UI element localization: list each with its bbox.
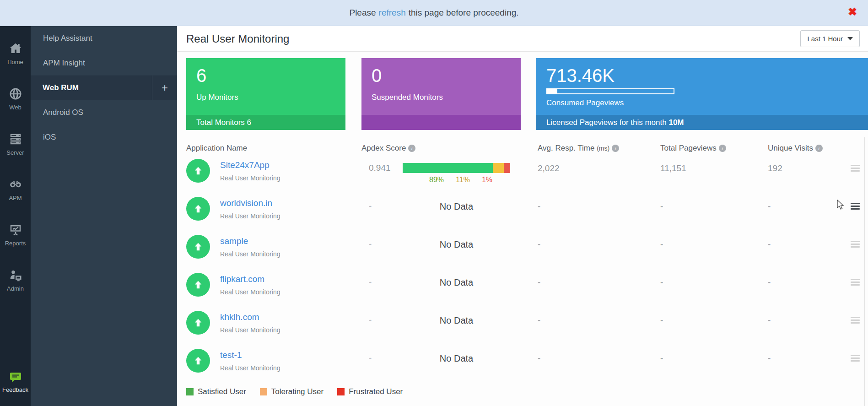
pageviews-value: -	[660, 345, 768, 363]
up-monitors-value: 6	[196, 65, 335, 87]
app-type: Real User Monitoring	[220, 212, 280, 220]
monitor-up-icon	[186, 197, 210, 221]
tolerating-pct: 11%	[456, 176, 470, 184]
legend-label: Tolerating User	[271, 387, 323, 396]
app-link[interactable]: khklh.com	[220, 312, 259, 322]
sidebar-item-server[interactable]: Server	[0, 121, 31, 167]
avg-resp-value: -	[538, 231, 660, 249]
row-menu-icon[interactable]	[851, 279, 860, 287]
legend-label: Frustrated User	[349, 387, 403, 396]
page-title: Real User Monitoring	[186, 32, 289, 45]
visits-value: -	[768, 269, 846, 287]
col-apdex-score: Apdex Score i	[361, 144, 538, 155]
submenu-item-web-rum[interactable]: Web RUM +	[31, 76, 177, 100]
app-link[interactable]: Site24x7App	[220, 160, 270, 170]
stat-cards: 6 Up Monitors Total Monitors 6 0 Suspend…	[186, 58, 868, 130]
main-content: Real User Monitoring Last 1 Hour 6 Up Mo…	[177, 26, 868, 406]
secondary-sidebar: Help Assistant APM Insight Web RUM + And…	[31, 26, 177, 406]
table-header-row: Application Name Apdex Score i Avg. Resp…	[186, 144, 868, 155]
sidebar-item-label: Server	[6, 149, 24, 156]
scroll-track[interactable]	[864, 137, 865, 406]
consumed-pageviews-card[interactable]: 713.46K Consumed Pageviews Licensed Page…	[536, 58, 868, 130]
avg-resp-header-label: Avg. Resp. Time	[538, 144, 594, 152]
add-monitor-button[interactable]: +	[152, 76, 177, 100]
sidebar-item-reports[interactable]: Reports	[0, 212, 31, 257]
apdex-satisfied-segment	[403, 163, 493, 173]
apdex-value: -	[361, 239, 393, 250]
legend-frustrated: Frustrated User	[337, 387, 403, 396]
banner-close-icon[interactable]: ✖	[848, 6, 857, 17]
submenu-item-android-os[interactable]: Android OS	[31, 100, 177, 125]
row-menu-icon[interactable]	[851, 355, 860, 363]
visits-info-icon[interactable]: i	[815, 145, 823, 152]
sidebar-item-home[interactable]: Home	[0, 31, 31, 76]
up-monitors-label: Up Monitors	[196, 93, 335, 102]
col-avg-resp-time: Avg. Resp. Time (ms) i	[538, 144, 660, 155]
sidebar-item-label: Reports	[5, 240, 26, 247]
app-link[interactable]: sample	[220, 236, 248, 246]
suspended-monitors-value: 0	[372, 65, 511, 87]
submenu-item-ios[interactable]: iOS	[31, 125, 177, 150]
up-monitors-card[interactable]: 6 Up Monitors Total Monitors 6	[186, 58, 345, 130]
licensed-pageviews-text: Licensed Pageviews for this month	[546, 118, 667, 127]
tolerating-swatch	[260, 388, 267, 395]
pageviews-info-icon[interactable]: i	[719, 145, 726, 152]
legend-tolerating: Tolerating User	[260, 387, 323, 396]
row-menu-icon[interactable]	[851, 165, 860, 173]
col-total-pageviews: Total Pageviews i	[660, 144, 768, 155]
no-data-label: No Data	[403, 239, 510, 250]
pageviews-header-label: Total Pageviews	[660, 144, 717, 152]
apdex-value: 0.941	[361, 163, 393, 184]
apdex-percentages: 89% 11% 1%	[403, 176, 510, 184]
app-type: Real User Monitoring	[220, 326, 280, 334]
sidebar-item-apm[interactable]: APM	[0, 167, 31, 212]
consumed-pageviews-value: 713.46K	[546, 65, 858, 87]
table-row: Site24x7App Real User Monitoring 0.941 8…	[186, 155, 868, 193]
avg-resp-value: -	[538, 269, 660, 287]
no-data-label: No Data	[403, 353, 510, 364]
time-range-dropdown[interactable]: Last 1 Hour	[800, 30, 860, 47]
app-type: Real User Monitoring	[220, 288, 280, 296]
apdex-bar	[403, 163, 510, 173]
app-type: Real User Monitoring	[220, 250, 280, 258]
avg-resp-unit: (ms)	[597, 145, 609, 152]
feedback-button[interactable]: Feedback	[0, 365, 31, 400]
table-row: test-1 Real User Monitoring - No Data - …	[186, 345, 868, 383]
row-menu-icon[interactable]	[851, 317, 860, 325]
row-menu-icon[interactable]	[851, 241, 860, 249]
apdex-frustrated-segment	[504, 163, 510, 173]
server-icon	[9, 132, 22, 146]
pageviews-value: -	[660, 307, 768, 325]
submenu-label: Web RUM	[43, 83, 79, 92]
suspended-monitors-footer	[361, 115, 521, 130]
row-menu-icon[interactable]	[851, 203, 860, 211]
licensed-pageviews-footer: Licensed Pageviews for this month 10M	[536, 115, 868, 130]
app-link[interactable]: worldvision.in	[220, 198, 272, 208]
col-application-name: Application Name	[186, 144, 361, 155]
avg-resp-value: -	[538, 307, 660, 325]
avg-resp-info-icon[interactable]: i	[612, 145, 619, 152]
submenu-item-apm-insight[interactable]: APM Insight	[31, 51, 177, 76]
time-range-label: Last 1 Hour	[807, 35, 843, 43]
sidebar-item-web[interactable]: Web	[0, 76, 31, 121]
reports-icon	[9, 223, 22, 237]
suspended-monitors-card[interactable]: 0 Suspended Monitors	[361, 58, 521, 130]
app-link[interactable]: test-1	[220, 350, 242, 360]
visits-value: -	[768, 231, 846, 249]
feedback-chat-icon	[9, 372, 22, 383]
home-icon	[9, 42, 22, 55]
sidebar-item-label: Home	[7, 59, 23, 65]
applications-table: Application Name Apdex Score i Avg. Resp…	[177, 130, 868, 383]
apdex-tolerating-segment	[493, 163, 504, 173]
apdex-info-icon[interactable]: i	[408, 145, 415, 152]
table-row: worldvision.in Real User Monitoring - No…	[186, 193, 868, 231]
sidebar-item-admin[interactable]: Admin	[0, 257, 31, 303]
banner-text-prefix: Please	[349, 8, 376, 18]
banner-text-suffix: this page before proceeding.	[409, 8, 519, 18]
monitor-up-icon	[186, 311, 210, 335]
refresh-link[interactable]: refresh	[379, 8, 406, 18]
licensed-pageviews-value: 10M	[669, 118, 684, 127]
app-link[interactable]: flipkart.com	[220, 274, 264, 284]
avg-resp-value: 2,022	[538, 155, 660, 173]
submenu-item-help-assistant[interactable]: Help Assistant	[31, 26, 177, 51]
